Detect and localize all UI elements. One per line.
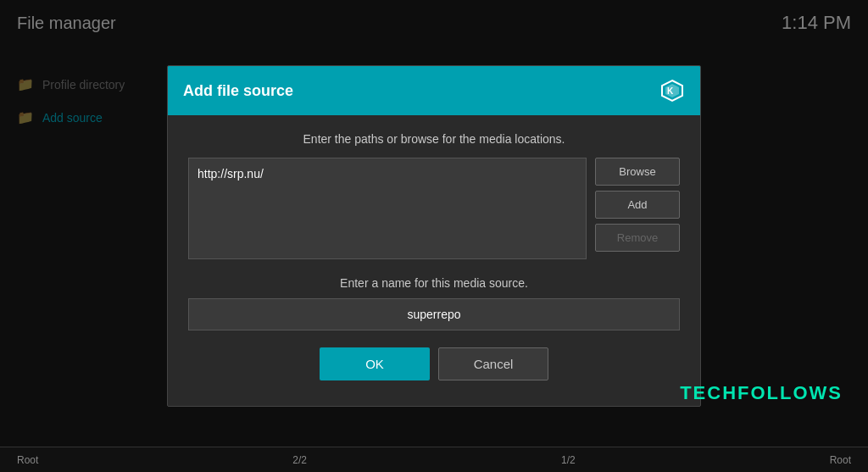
bottom-center-left: 2/2 <box>292 454 307 466</box>
source-url-display[interactable]: http://srp.nu/ <box>188 158 587 259</box>
ok-button[interactable]: OK <box>320 347 430 380</box>
name-instruction: Enter a name for this media source. <box>188 276 680 290</box>
add-button[interactable]: Add <box>595 191 680 219</box>
modal-title: Add file source <box>183 82 293 100</box>
remove-button[interactable]: Remove <box>595 224 680 252</box>
paths-instruction: Enter the paths or browse for the media … <box>188 132 680 146</box>
source-area: http://srp.nu/ Browse Add Remove <box>188 158 680 259</box>
browse-button[interactable]: Browse <box>595 158 680 186</box>
bottom-bar: Root 2/2 1/2 Root <box>0 447 868 472</box>
cancel-button[interactable]: Cancel <box>438 347 548 380</box>
app-background: File manager 1:14 PM 📁 Profile directory… <box>0 0 868 472</box>
source-action-buttons: Browse Add Remove <box>595 158 680 259</box>
source-name-input[interactable] <box>188 298 680 330</box>
bottom-left: Root <box>17 454 38 466</box>
bottom-center-right: 1/2 <box>561 454 576 466</box>
modal-actions: OK Cancel <box>188 347 680 389</box>
modal-body: Enter the paths or browse for the media … <box>168 115 700 406</box>
svg-text:K: K <box>667 86 674 96</box>
kodi-logo: K <box>659 78 685 103</box>
modal-header: Add file source K <box>168 66 700 115</box>
add-file-source-dialog: Add file source K Enter the paths or bro… <box>167 65 701 407</box>
watermark: TECHFOLLOWS <box>680 382 843 404</box>
bottom-right: Root <box>830 454 851 466</box>
